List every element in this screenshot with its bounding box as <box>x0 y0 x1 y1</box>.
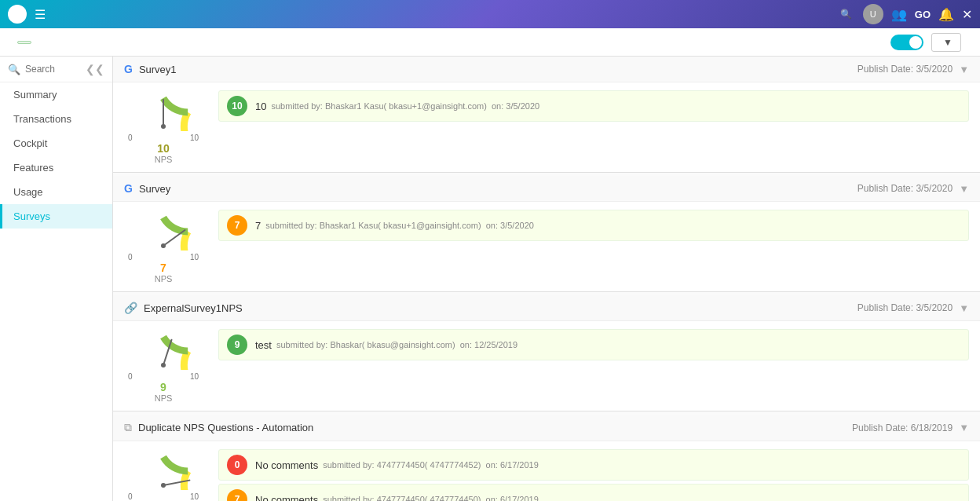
response-meta: submitted by: 4747774450( 4747774450) on… <box>323 495 539 501</box>
bell-icon[interactable]: 🔔 <box>938 7 954 22</box>
survey-header-3: ⧉ Duplicate NPS Questions - Automation P… <box>113 415 980 441</box>
responses-1: 7 7 submitted by: Bhaskar1 Kasu( bkasu+1… <box>218 210 969 244</box>
gauge-min: 0 <box>128 133 133 142</box>
svg-point-3 <box>161 243 166 248</box>
response-text: No comments <box>255 459 318 471</box>
sidebar-search: 🔍 ❮❮ <box>0 57 112 82</box>
sidebar-items: SummaryTransactionsCockpitFeaturesUsageS… <box>0 82 112 229</box>
score-badge: 10 <box>227 96 247 116</box>
gauge-axis: 0 10 <box>128 492 199 501</box>
response-row: 7 7 submitted by: Bhaskar1 Kasu( bkasu+1… <box>218 210 969 241</box>
gauge-nps-label: NPS <box>155 393 173 403</box>
sidebar-item-features[interactable]: Features <box>0 155 112 180</box>
survey-header-1: G Survey Publish Date: 3/5/2020 ▼ <box>113 176 980 202</box>
gauge-axis: 0 10 <box>128 372 199 381</box>
google-icon: G <box>124 63 133 75</box>
toggle-knob <box>909 36 922 49</box>
gauge-nps-label: NPS <box>155 155 173 164</box>
chevron-down-icon: ▼ <box>943 37 953 48</box>
survey-body-2: 0 10 9 NPS 9 test submitted by: Bhaskar(… <box>113 321 980 411</box>
publish-date: Publish Date: 3/5/2020 <box>858 302 953 313</box>
survey-name: ExpernalSurvey1NPS <box>144 302 858 314</box>
survey-section-1: G Survey Publish Date: 3/5/2020 ▼ 0 10 7… <box>113 176 980 292</box>
top-nav: ☰ 🔍 U 👥 GO 🔔 ✕ <box>0 0 980 28</box>
gauge-container-3: 0 10 5.67 NPS <box>124 449 203 501</box>
response-row: 9 test submitted by: Bhaskar( bkasu@gain… <box>218 329 969 360</box>
publish-date: Publish Date: 3/5/2020 <box>858 64 953 75</box>
svg-point-1 <box>161 124 166 129</box>
hamburger-icon[interactable]: ☰ <box>35 7 46 22</box>
chevron-down-icon[interactable]: ▼ <box>959 422 969 433</box>
main-layout: 🔍 ❮❮ SummaryTransactionsCockpitFeaturesU… <box>0 57 980 501</box>
response-text: test <box>255 339 272 351</box>
gauge-container-2: 0 10 9 NPS <box>124 329 203 403</box>
survey-body-0: 0 10 10 NPS 10 10 submitted by: Bhaskar1… <box>113 82 980 172</box>
survey-body-3: 0 10 5.67 NPS 0 No comments submitted by… <box>113 441 980 501</box>
gauge-max: 10 <box>190 372 199 381</box>
gauge-svg-wrap <box>128 90 199 133</box>
score-badge: 9 <box>227 335 247 355</box>
response-row: 10 10 submitted by: Bhaskar1 Kasu( bkasu… <box>218 90 969 122</box>
response-meta: submitted by: 4747774450( 4747774452) on… <box>323 460 539 470</box>
google-icon: G <box>124 182 133 195</box>
response-meta: submitted by: Bhaskar( bkasu@gainsight.c… <box>276 340 517 349</box>
responses-0: 10 10 submitted by: Bhaskar1 Kasu( bkasu… <box>218 90 969 125</box>
gauge-max: 10 <box>190 253 199 261</box>
gauge-nps-label: NPS <box>155 274 173 283</box>
gauge-axis: 0 10 <box>128 133 199 142</box>
gauge-max: 10 <box>190 133 199 142</box>
avatar[interactable]: U <box>863 4 883 24</box>
external-icon: 🔗 <box>124 302 137 314</box>
sidebar-item-cockpit[interactable]: Cockpit <box>0 131 112 155</box>
gauge-value: 9 <box>160 381 166 393</box>
content-area: G Survey1 Publish Date: 3/5/2020 ▼ 0 10 … <box>113 57 980 501</box>
gauge-min: 0 <box>128 492 133 501</box>
sidebar-item-usage[interactable]: Usage <box>0 180 112 204</box>
gauge-min: 0 <box>128 253 133 261</box>
gauge-svg-wrap <box>128 210 199 253</box>
duplicate-icon: ⧉ <box>124 421 132 434</box>
gauge-svg-wrap <box>128 329 199 372</box>
collapse-icon[interactable]: ❮❮ <box>86 63 104 75</box>
response-meta: submitted by: Bhaskar1 Kasu( bkasu+1@gai… <box>271 101 539 111</box>
sidebar-item-surveys[interactable]: Surveys <box>0 204 112 229</box>
chevron-down-icon[interactable]: ▼ <box>959 64 969 75</box>
survey-header-2: 🔗 ExpernalSurvey1NPS Publish Date: 3/5/2… <box>113 295 980 321</box>
search-input[interactable] <box>25 64 81 75</box>
sidebar-item-transactions[interactable]: Transactions <box>0 107 112 131</box>
people-icon[interactable]: 👥 <box>891 7 907 22</box>
response-text: 7 <box>255 220 261 232</box>
sidebar-item-summary[interactable]: Summary <box>0 82 112 107</box>
go-label: GO <box>915 9 931 20</box>
response-row: 0 No comments submitted by: 4747774450( … <box>218 449 969 481</box>
survey-name: Survey1 <box>139 64 858 75</box>
search-icon: 🔍 <box>840 9 852 20</box>
survey-section-0: G Survey1 Publish Date: 3/5/2020 ▼ 0 10 … <box>113 57 980 173</box>
scrolling-toggle[interactable] <box>890 35 923 50</box>
chevron-down-icon[interactable]: ▼ <box>959 183 969 195</box>
gauge-min: 0 <box>128 372 133 381</box>
publish-date: Publish Date: 3/5/2020 <box>858 183 953 194</box>
responses-2: 9 test submitted by: Bhaskar( bkasu@gain… <box>218 329 969 364</box>
sidebar: 🔍 ❮❮ SummaryTransactionsCockpitFeaturesU… <box>0 57 113 501</box>
survey-section-2: 🔗 ExpernalSurvey1NPS Publish Date: 3/5/2… <box>113 295 980 411</box>
gauge-axis: 0 10 <box>128 253 199 261</box>
survey-name: Duplicate NPS Questions - Automation <box>138 422 852 433</box>
top-nav-right: 🔍 U 👥 GO 🔔 ✕ <box>840 4 972 24</box>
svg-point-5 <box>161 363 166 368</box>
g-logo <box>8 5 27 24</box>
survey-header-0: G Survey1 Publish Date: 3/5/2020 ▼ <box>113 57 980 82</box>
gauge-svg-wrap <box>128 449 199 492</box>
gauge-value: 10 <box>157 142 170 155</box>
gauge-max: 10 <box>190 492 199 501</box>
score-badge: 0 <box>227 455 247 475</box>
toggle-switch[interactable] <box>890 35 923 50</box>
sub-header-controls: ▼ <box>883 33 969 52</box>
search-area[interactable]: 🔍 <box>840 9 855 20</box>
sub-header: ▼ <box>0 28 980 57</box>
publish-date: Publish Date: 6/18/2019 <box>852 422 953 433</box>
chevron-down-icon[interactable]: ▼ <box>959 302 969 314</box>
close-icon[interactable]: ✕ <box>962 7 972 22</box>
response-row: 7 No comments submitted by: 4747774450( … <box>218 484 969 501</box>
export-button[interactable]: ▼ <box>931 33 961 52</box>
